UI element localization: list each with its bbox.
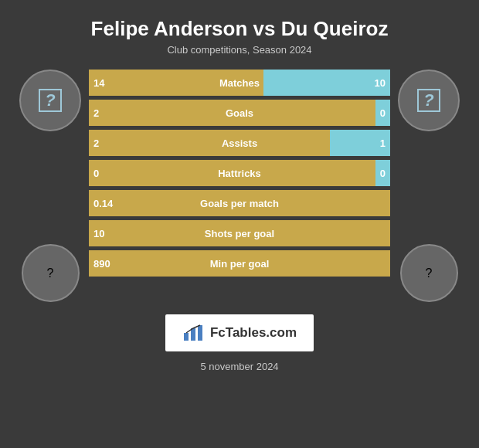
stat-label: Matches <box>219 77 260 89</box>
right-avatars: ? ? <box>398 70 460 302</box>
stat-label: Min per goal <box>210 258 270 270</box>
stat-row: 890 Min per goal <box>89 250 390 277</box>
stat-left-value: 0.14 <box>93 198 113 209</box>
stat-row: 10 Shots per goal <box>89 220 390 246</box>
stat-left-value: 0 <box>93 168 99 179</box>
stat-label: Shots per goal <box>205 228 274 239</box>
stat-left-value: 10 <box>93 228 104 239</box>
stat-label: Hattricks <box>218 168 261 179</box>
stat-bar: 2 Goals 0 <box>89 100 390 126</box>
stat-right-fill: 0 <box>375 100 391 126</box>
stat-row: 14 Matches 10 <box>89 70 390 96</box>
stat-bar: 14 Matches 10 <box>89 70 390 96</box>
stat-right-value: 10 <box>375 77 386 89</box>
avatar-left-bottom: ? <box>22 244 80 302</box>
date-label: 5 november 2024 <box>200 361 278 372</box>
stat-left-value: 890 <box>93 258 110 270</box>
subtitle: Club competitions, Season 2024 <box>167 44 311 56</box>
avatar-left-top: ? <box>19 70 81 131</box>
single-bar: 10 Shots per goal <box>89 220 390 246</box>
svg-rect-1 <box>191 328 195 341</box>
svg-rect-0 <box>184 333 189 341</box>
single-bar: 890 Min per goal <box>89 250 390 277</box>
stat-row: 0 Hattricks 0 <box>89 160 390 186</box>
single-bar: 0.14 Goals per match <box>89 190 390 216</box>
svg-rect-2 <box>198 325 202 341</box>
stat-right-value: 1 <box>380 137 386 149</box>
stat-left-value: 2 <box>93 137 99 149</box>
brand-box: FcTables.com <box>165 314 314 351</box>
avatar-right-bottom: ? <box>400 244 458 302</box>
stat-right-value: 0 <box>380 107 386 119</box>
stat-row: 2 Assists 1 <box>89 130 390 156</box>
stat-left-value: 14 <box>93 77 104 89</box>
stat-label: Assists <box>222 137 257 149</box>
stat-bar: 0 Hattricks 0 <box>89 160 390 186</box>
brand-icon <box>182 322 204 344</box>
stat-row: 0.14 Goals per match <box>89 190 390 216</box>
stat-right-fill: 1 <box>330 130 390 156</box>
page-title: Felipe Anderson vs Du Queiroz <box>91 17 389 41</box>
stat-right-fill: 0 <box>375 160 391 186</box>
stat-label: Goals per match <box>200 198 279 209</box>
stat-right-fill: 10 <box>263 70 390 96</box>
stat-left-value: 2 <box>93 107 99 119</box>
stat-bar: 2 Assists 1 <box>89 130 390 156</box>
avatar-right-top: ? <box>398 70 460 131</box>
stats-area: 14 Matches 10 2 Goals 0 2 Assists 1 <box>89 70 390 277</box>
stat-row: 2 Goals 0 <box>89 100 390 126</box>
stat-label: Goals <box>226 107 253 119</box>
brand-text: FcTables.com <box>210 325 297 341</box>
left-avatars: ? ? <box>19 70 81 302</box>
stat-right-value: 0 <box>380 168 386 179</box>
